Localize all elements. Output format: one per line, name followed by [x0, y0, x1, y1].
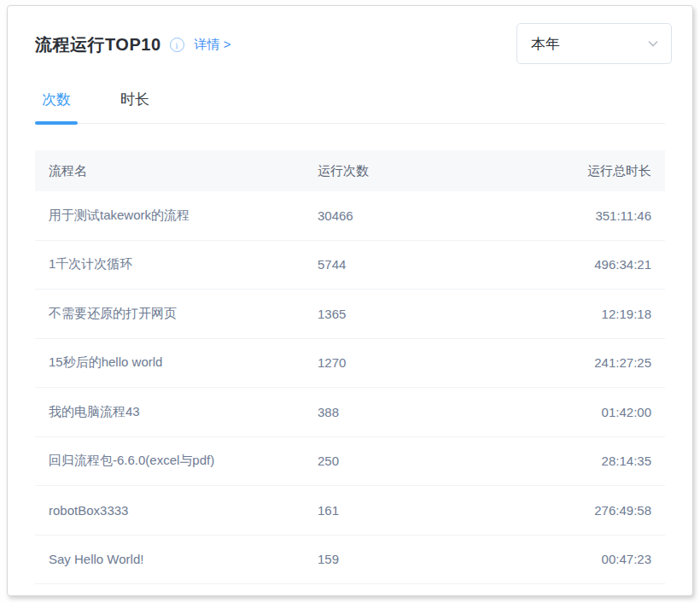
table-row: 1千次计次循环 5744 496:34:21	[35, 241, 665, 290]
cell-total-duration: 12:19:18	[477, 307, 665, 321]
chevron-down-icon	[647, 38, 659, 50]
cell-total-duration: 496:34:21	[477, 257, 665, 272]
cell-total-duration: 01:42:00	[477, 405, 665, 419]
cell-process-name: 不需要还原的打开网页	[35, 306, 304, 322]
column-header-total-duration: 运行总时长	[477, 163, 665, 179]
cell-run-count: 1270	[304, 355, 477, 370]
table-row: 用于测试takework的流程 30466 351:11:46	[35, 191, 665, 241]
tab-bar: 次数 时长	[35, 83, 665, 124]
time-range-value: 本年	[531, 34, 560, 54]
tab-count[interactable]: 次数	[35, 83, 78, 123]
cell-process-name: Say Hello World!	[35, 552, 304, 566]
cell-total-duration: 00:47:23	[477, 552, 665, 566]
cell-total-duration: 28:14:35	[477, 454, 665, 468]
cell-total-duration: 241:27:25	[477, 355, 665, 370]
cell-run-count: 388	[304, 405, 477, 419]
table-row: 15秒后的hello world 1270 241:27:25	[35, 339, 665, 389]
cell-run-count: 250	[304, 454, 477, 468]
table-header-row: 流程名 运行次数 运行总时长	[35, 150, 665, 191]
table-row: 不需要还原的打开网页 1365 12:19:18	[35, 290, 665, 339]
column-header-process-name: 流程名	[35, 163, 304, 179]
cell-run-count: 159	[304, 552, 477, 566]
cell-process-name: 用于测试takework的流程	[35, 208, 304, 224]
time-range-select[interactable]: 本年	[516, 23, 672, 64]
table-row: robotBox3333 161 276:49:58	[35, 486, 665, 536]
page-title: 流程运行TOP10	[35, 33, 161, 56]
table-row: 我的电脑流程43 388 01:42:00	[35, 388, 665, 437]
card-header: 流程运行TOP10 i 详情 > 本年	[8, 6, 692, 64]
title-group: 流程运行TOP10 i 详情 >	[35, 33, 230, 56]
cell-process-name: 回归流程包-6.6.0(excel与pdf)	[35, 453, 304, 469]
cell-run-count: 30466	[304, 208, 477, 223]
cell-process-name: 1千次计次循环	[35, 256, 304, 272]
table-row: 回归流程包-6.6.0(excel与pdf) 250 28:14:35	[35, 437, 665, 487]
cell-process-name: 我的电脑流程43	[35, 404, 304, 420]
cell-run-count: 5744	[304, 257, 477, 272]
cell-process-name: robotBox3333	[35, 503, 304, 518]
tab-duration[interactable]: 时长	[114, 83, 156, 123]
cell-run-count: 1365	[304, 307, 477, 321]
column-header-run-count: 运行次数	[304, 163, 477, 179]
table-row: Say Hello World! 159 00:47:23	[35, 536, 665, 585]
info-icon[interactable]: i	[170, 38, 184, 52]
table-body: 用于测试takework的流程 30466 351:11:46 1千次计次循环 …	[35, 191, 665, 584]
cell-total-duration: 276:49:58	[477, 503, 665, 518]
cell-run-count: 161	[304, 503, 477, 518]
cell-total-duration: 351:11:46	[477, 208, 665, 223]
process-table: 流程名 运行次数 运行总时长 用于测试takework的流程 30466 351…	[35, 150, 665, 584]
cell-process-name: 15秒后的hello world	[35, 354, 304, 371]
detail-link[interactable]: 详情 >	[195, 37, 231, 53]
process-run-top10-card: 流程运行TOP10 i 详情 > 本年 次数 时长 流程名 运行次数 运行总时长…	[7, 5, 693, 596]
